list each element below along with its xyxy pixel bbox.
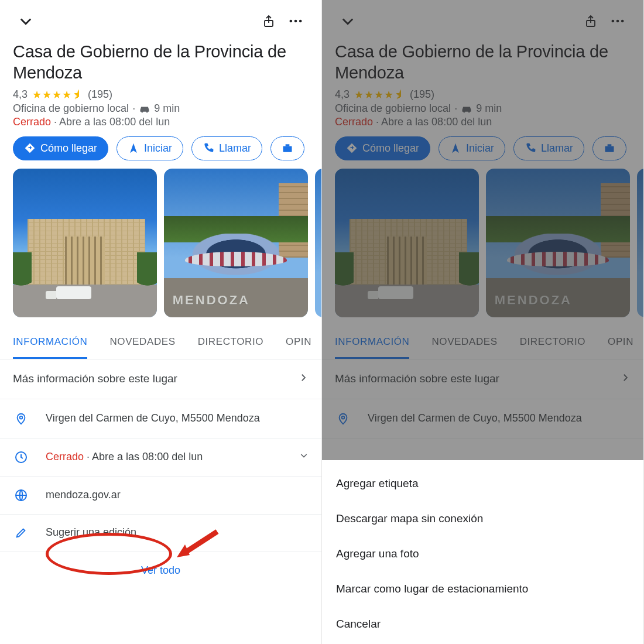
start-nav-button[interactable]: Iniciar — [117, 136, 183, 160]
svg-point-12 — [616, 20, 619, 23]
directions-button[interactable]: Cómo llegar — [13, 136, 108, 160]
drive-time: 9 min — [154, 102, 180, 115]
tab-reviews[interactable]: OPIN — [608, 327, 633, 359]
start-nav-button[interactable]: Iniciar — [439, 136, 505, 160]
place-title: Casa de Gobierno de la Provincia de Mend… — [0, 37, 321, 86]
more-info-label: Más información sobre este lugar — [13, 372, 177, 385]
action-chips: Cómo llegar Iniciar Llamar — [0, 136, 321, 169]
car-icon — [139, 104, 150, 113]
svg-rect-14 — [605, 146, 614, 152]
rating-row[interactable]: 4,3 ★★★★⯨ (195) — [322, 86, 643, 102]
more-info-row[interactable]: Más información sobre este lugar — [0, 359, 321, 399]
panel-left: Casa de Gobierno de la Provincia de Mend… — [0, 0, 322, 644]
panel-right: Casa de Gobierno de la Provincia de Mend… — [322, 0, 644, 644]
tab-news[interactable]: NOVEDADES — [431, 327, 497, 359]
status-closed: Cerrado — [335, 116, 373, 128]
address-row[interactable]: Virgen del Carmen de Cuyo, M5500 Mendoza — [322, 399, 643, 439]
svg-point-1 — [290, 20, 293, 23]
extra-chip[interactable] — [270, 136, 304, 160]
globe-icon — [13, 488, 29, 502]
svg-point-11 — [612, 20, 615, 23]
stars-icon: ★★★★⯨ — [354, 88, 405, 101]
hours-text: Cerrado · Abre a las 08:00 del lun — [46, 451, 283, 463]
tab-info[interactable]: INFORMACIÓN — [335, 327, 409, 359]
directions-label: Cómo llegar — [40, 142, 97, 155]
address-text: Virgen del Carmen de Cuyo, M5500 Mendoza — [46, 412, 309, 424]
photo-letters: MENDOZA — [173, 293, 250, 308]
sheet-cancel[interactable]: Cancelar — [322, 607, 643, 642]
rating-row[interactable]: 4,3 ★★★★⯨ (195) — [0, 86, 321, 102]
sheet-mark-parking[interactable]: Marcar como lugar de estacionamiento — [322, 571, 643, 607]
place-category: Oficina de gobierno local — [13, 102, 129, 115]
more-menu-icon[interactable] — [282, 9, 310, 35]
more-menu-icon[interactable] — [604, 9, 632, 35]
extra-chip[interactable] — [592, 136, 626, 160]
sheet-add-label[interactable]: Agregar etiqueta — [322, 466, 643, 501]
svg-point-6 — [20, 416, 23, 419]
svg-rect-4 — [283, 146, 292, 152]
category-line: Oficina de gobierno local · 9 min — [0, 102, 321, 115]
tab-directory[interactable]: DIRECTORIO — [198, 327, 263, 359]
photo-3[interactable] — [637, 169, 643, 317]
photo-1[interactable] — [13, 169, 157, 317]
website-text: mendoza.gov.ar — [46, 489, 309, 501]
action-sheet: Agregar etiqueta Descargar mapa sin cone… — [322, 460, 643, 644]
rating-value: 4,3 — [335, 88, 350, 101]
tab-info[interactable]: INFORMACIÓN — [13, 327, 87, 359]
photo-strip[interactable]: MENDOZA — [322, 169, 643, 323]
stars-icon: ★★★★⯨ — [32, 88, 83, 101]
chevron-right-icon — [620, 372, 631, 386]
suggest-edit-text: Sugerir una edición — [46, 526, 309, 539]
address-row[interactable]: Virgen del Carmen de Cuyo, M5500 Mendoza — [0, 399, 321, 439]
drive-time: 9 min — [476, 102, 502, 115]
photo-strip[interactable]: MENDOZA — [0, 169, 321, 323]
place-title: Casa de Gobierno de la Provincia de Mend… — [322, 37, 643, 86]
hours-line: Cerrado · Abre a las 08:00 del lun — [0, 115, 321, 136]
share-icon[interactable] — [578, 9, 604, 35]
directions-button[interactable]: Cómo llegar — [335, 136, 430, 160]
call-button[interactable]: Llamar — [513, 136, 584, 160]
svg-point-13 — [621, 20, 624, 23]
suggest-edit-row[interactable]: Sugerir una edición — [0, 515, 321, 551]
hours-row[interactable]: Cerrado · Abre a las 08:00 del lun — [0, 439, 321, 477]
status-opens: Abre a las 08:00 del lun — [381, 116, 492, 128]
call-button[interactable]: Llamar — [191, 136, 262, 160]
more-info-row[interactable]: Más información sobre este lugar — [322, 359, 643, 399]
sheet-download-offline[interactable]: Descargar mapa sin conexión — [322, 501, 643, 536]
collapse-chevron-icon[interactable] — [334, 9, 362, 35]
see-all-link[interactable]: Ver todo — [0, 551, 321, 594]
tabs: INFORMACIÓN NOVEDADES DIRECTORIO OPIN — [0, 327, 321, 359]
tab-news[interactable]: NOVEDADES — [109, 327, 175, 359]
status-closed: Cerrado — [13, 116, 51, 128]
svg-point-16 — [342, 416, 345, 419]
status-opens: Abre a las 08:00 del lun — [59, 116, 170, 128]
photo-2[interactable]: MENDOZA — [486, 169, 630, 317]
hours-line: Cerrado · Abre a las 08:00 del lun — [322, 115, 643, 136]
share-icon[interactable] — [256, 9, 282, 35]
top-bar — [0, 0, 321, 37]
action-chips: Cómo llegar Iniciar Llamar — [322, 136, 643, 169]
top-bar — [322, 0, 643, 37]
pin-icon — [335, 411, 351, 426]
website-row[interactable]: mendoza.gov.ar — [0, 477, 321, 515]
svg-point-3 — [299, 20, 302, 23]
pin-icon — [13, 411, 29, 426]
chevron-down-icon — [299, 451, 309, 463]
svg-point-2 — [294, 20, 297, 23]
tab-directory[interactable]: DIRECTORIO — [520, 327, 585, 359]
svg-rect-15 — [608, 144, 612, 146]
pencil-icon — [13, 526, 29, 539]
photo-2[interactable]: MENDOZA — [164, 169, 308, 317]
collapse-chevron-icon[interactable] — [12, 9, 40, 35]
category-line: Oficina de gobierno local · 9 min — [322, 102, 643, 115]
start-label: Iniciar — [144, 142, 172, 155]
tab-reviews[interactable]: OPIN — [286, 327, 311, 359]
sheet-add-photo[interactable]: Agregar una foto — [322, 536, 643, 571]
photo-1[interactable] — [335, 169, 479, 317]
rating-count: (195) — [88, 88, 112, 101]
photo-3[interactable] — [315, 169, 321, 317]
clock-icon — [13, 450, 29, 464]
place-category: Oficina de gobierno local — [335, 102, 451, 115]
rating-value: 4,3 — [13, 88, 28, 101]
car-icon — [461, 104, 472, 113]
